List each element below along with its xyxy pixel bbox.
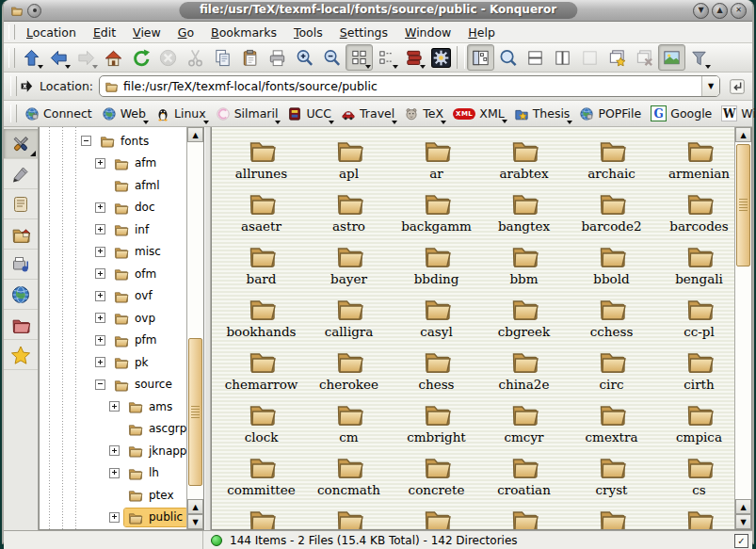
- cut-button[interactable]: [182, 44, 209, 71]
- up-button[interactable]: [18, 44, 45, 71]
- folder-item[interactable]: barcodes: [655, 185, 734, 237]
- scroll-down-icon[interactable]: ▼: [187, 514, 203, 529]
- folder-item[interactable]: cbgreek: [480, 290, 568, 343]
- expand-icon[interactable]: [95, 335, 105, 346]
- toolbar-handle[interactable]: [8, 24, 15, 39]
- tree-item-doc[interactable]: doc: [40, 197, 186, 219]
- sidebar-button-root-folder[interactable]: [4, 310, 38, 340]
- bookmark-linux[interactable]: Linux: [151, 105, 211, 123]
- folder-item[interactable]: bengali: [655, 237, 734, 290]
- stop-button[interactable]: [154, 44, 182, 71]
- expand-icon[interactable]: [95, 224, 105, 234]
- folder-item[interactable]: circ: [568, 343, 655, 396]
- scrollbar-thumb[interactable]: [736, 144, 750, 266]
- folder-item[interactable]: bbold: [568, 237, 655, 290]
- icon-view-button[interactable]: [346, 44, 373, 71]
- tree-item-public[interactable]: public: [40, 507, 186, 529]
- folder-item[interactable]: cmcyr: [480, 396, 568, 448]
- folder-item[interactable]: cmpica: [655, 396, 734, 448]
- bookmark-ucc[interactable]: UCC: [282, 105, 336, 123]
- tree-item-jknappen[interactable]: jknappen: [40, 440, 186, 462]
- tree-item-pk[interactable]: pk: [40, 351, 186, 374]
- folder-item[interactable]: calligra: [305, 290, 393, 343]
- zoom-out-button[interactable]: [318, 44, 346, 71]
- scrollbar-track[interactable]: [187, 142, 203, 499]
- bookmark-travel[interactable]: Travel: [336, 105, 399, 123]
- clear-location-icon[interactable]: [20, 78, 36, 94]
- folder-item[interactable]: [480, 501, 568, 529]
- copy-button[interactable]: [209, 44, 236, 71]
- expand-icon[interactable]: [95, 158, 105, 169]
- bookmark-tex[interactable]: TeX: [399, 105, 448, 123]
- back-button[interactable]: [45, 44, 72, 71]
- zoom-in-button[interactable]: [291, 44, 318, 71]
- sidebar-button-pen[interactable]: [4, 159, 38, 189]
- folder-item[interactable]: clock: [217, 396, 305, 448]
- window-folder-icon[interactable]: [9, 4, 24, 17]
- find-file-button[interactable]: [494, 44, 522, 71]
- scrollbar-track[interactable]: [735, 142, 751, 499]
- folder-item[interactable]: casyl: [393, 290, 480, 343]
- view-checkmark-icon[interactable]: ✓: [734, 534, 748, 548]
- close-icon[interactable]: ✕: [731, 3, 747, 19]
- folder-item[interactable]: croatian: [480, 448, 568, 501]
- expand-icon[interactable]: [109, 401, 120, 412]
- menu-settings[interactable]: Settings: [331, 24, 396, 41]
- menu-help[interactable]: Help: [459, 24, 504, 41]
- toolbar-handle[interactable]: [10, 105, 17, 122]
- folder-item[interactable]: committee: [217, 448, 305, 501]
- folder-item[interactable]: astro: [305, 185, 393, 237]
- tree-item-afm[interactable]: afm: [40, 153, 186, 175]
- folder-item[interactable]: cmextra: [568, 396, 655, 448]
- menu-view[interactable]: View: [124, 24, 169, 41]
- bookmark-wikipedia[interactable]: Wikipedia W Wikipedia: [716, 104, 756, 123]
- folder-item[interactable]: china2e: [480, 343, 568, 396]
- folder-item[interactable]: bbding: [393, 237, 480, 290]
- folder-item[interactable]: chemarrow: [217, 343, 305, 396]
- expand-icon[interactable]: [109, 468, 120, 478]
- folder-item[interactable]: [217, 501, 305, 529]
- sidebar-button-network[interactable]: [4, 280, 38, 310]
- tree-item-ovf[interactable]: ovf: [40, 285, 186, 308]
- folder-item[interactable]: cherokee: [305, 343, 393, 396]
- minimize-icon[interactable]: ▼: [693, 3, 709, 19]
- show-navigation-panel-button[interactable]: [467, 44, 494, 71]
- titlebar[interactable]: file:/usr/TeX/texmf-local/fonts/source/p…: [4, 0, 752, 22]
- detailed-list-view-button[interactable]: [400, 44, 427, 71]
- bookmark-thesis[interactable]: Thesis: [509, 105, 575, 123]
- scrollbar-thumb[interactable]: [188, 338, 202, 486]
- remove-active-view-button[interactable]: [576, 44, 603, 71]
- sticky-icon[interactable]: [27, 4, 41, 18]
- sidebar-button-tools[interactable]: [4, 129, 38, 159]
- location-input[interactable]: file:/usr/TeX/texmf-local/fonts/source/p…: [119, 79, 701, 93]
- collapse-icon[interactable]: [81, 136, 91, 146]
- collapse-icon[interactable]: [95, 379, 105, 390]
- image-preview-button[interactable]: [658, 44, 685, 71]
- expand-icon[interactable]: [95, 291, 105, 301]
- bookmark-silmaril[interactable]: Silmaril: [211, 105, 283, 123]
- folder-item[interactable]: allrunes: [217, 132, 305, 185]
- tree-scrollbar[interactable]: ▲ ▲ ▼: [186, 127, 203, 529]
- menu-edit[interactable]: Edit: [85, 24, 124, 41]
- folder-item[interactable]: concmath: [305, 448, 393, 501]
- bookmark-xml[interactable]: XML XML: [448, 105, 509, 122]
- location-combobox[interactable]: file:/usr/TeX/texmf-local/fonts/source/p…: [99, 75, 720, 97]
- folder-item[interactable]: cirth: [655, 343, 734, 396]
- folder-item[interactable]: armenian: [655, 132, 734, 185]
- bookmark-web[interactable]: Web: [97, 105, 151, 123]
- reload-button[interactable]: [127, 44, 154, 71]
- scroll-up-icon[interactable]: ▲: [735, 499, 751, 514]
- folder-item[interactable]: bayer: [305, 237, 393, 290]
- folder-item[interactable]: ar: [393, 132, 480, 185]
- expand-icon[interactable]: [95, 202, 105, 213]
- bookmark-google[interactable]: G Google: [646, 104, 716, 123]
- folder-item[interactable]: bangtex: [480, 185, 568, 237]
- tree-item-ams[interactable]: ams: [40, 396, 186, 418]
- scroll-up-icon[interactable]: ▲: [187, 499, 203, 514]
- expand-icon[interactable]: [109, 512, 120, 523]
- home-button[interactable]: [100, 44, 127, 71]
- sidebar-button-bookmarks[interactable]: [4, 340, 38, 370]
- tree-item-ovp[interactable]: ovp: [40, 307, 186, 330]
- tree-item-misc[interactable]: misc: [40, 241, 186, 264]
- scroll-up-icon[interactable]: ▲: [735, 127, 751, 142]
